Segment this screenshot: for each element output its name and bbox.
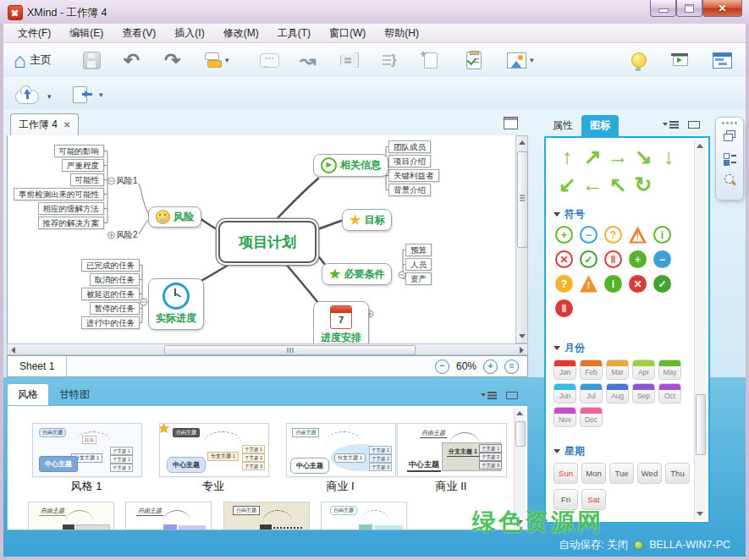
cloud-dropdown-icon[interactable]: ▾	[47, 92, 52, 101]
callout-button[interactable]	[424, 47, 438, 73]
style-thumbnail-3[interactable]: 自由主题 分支主题 1 子主题 1 子主题 2 子主题 3 中心主题	[286, 423, 396, 477]
topic-requirements[interactable]: ★ 必要条件	[322, 263, 392, 285]
save-button[interactable]	[83, 47, 101, 73]
menu-item[interactable]: 插入(I)	[165, 24, 213, 43]
subtopic[interactable]: 可能性	[70, 173, 105, 186]
tab-close-icon[interactable]: ✕	[63, 120, 70, 129]
style-thumbnail-4[interactable]: 自由主题 分支主题 1 子主题 1 子主题 2 子主题 3 中心主题	[397, 423, 507, 477]
symbol-marker-icon[interactable]: −	[653, 250, 671, 268]
tab-markers[interactable]: 图标	[581, 115, 619, 136]
month-marker[interactable]: Jan	[553, 360, 576, 380]
undo-button[interactable]: ↶	[124, 47, 140, 73]
tab-styles[interactable]: 风格	[7, 383, 49, 405]
arrow-marker-icon[interactable]: ↗	[580, 145, 605, 169]
menu-item[interactable]: 工具(T)	[268, 24, 320, 43]
subtopic[interactable]: 相应的缓解方法	[38, 202, 105, 215]
topic-goal[interactable]: ★ 目标	[342, 209, 392, 231]
symbol-marker-icon[interactable]: i	[604, 275, 622, 293]
menu-item[interactable]: 查看(V)	[113, 24, 165, 43]
weekday-marker[interactable]: Wed	[637, 463, 662, 484]
style-thumbnail-8[interactable]: 自由主题	[321, 502, 407, 530]
style-thumbnail-7[interactable]: 自由主题	[223, 502, 310, 530]
arrow-marker-icon[interactable]: ↖	[605, 173, 631, 197]
section-symbols[interactable]: 符号	[553, 207, 585, 222]
symbol-marker-icon[interactable]: !	[629, 226, 647, 244]
scroll-up-icon[interactable]	[697, 144, 703, 148]
insert-image-button[interactable]: ▾	[507, 47, 534, 73]
style-thumbnail-5[interactable]: 自由主题	[28, 502, 114, 530]
month-marker[interactable]: Jul	[580, 383, 603, 404]
month-marker[interactable]: Feb	[580, 360, 603, 380]
symbol-marker-icon[interactable]: ✕	[555, 250, 573, 268]
subtopic[interactable]: 预算	[405, 244, 432, 256]
upload-cloud-button[interactable]: ▾	[15, 84, 52, 109]
month-marker[interactable]: May	[658, 360, 681, 380]
topic-progress[interactable]: 实际进度	[148, 278, 204, 330]
horizontal-scroll-thumb[interactable]	[164, 345, 416, 355]
topic-dropdown-icon[interactable]: ▾	[225, 56, 229, 64]
section-months[interactable]: 月份	[553, 341, 585, 355]
subtopic[interactable]: 推荐的解决方案	[38, 217, 105, 229]
scroll-up-icon[interactable]	[519, 140, 526, 145]
scroll-up-icon[interactable]	[516, 411, 523, 415]
subtopic[interactable]: 项目介绍	[388, 155, 431, 167]
symbol-marker-icon[interactable]: !	[580, 275, 598, 293]
subtopic[interactable]: 可能的影响	[54, 145, 105, 157]
zoom-region-icon[interactable]	[723, 173, 736, 187]
presentation-button[interactable]	[671, 47, 690, 73]
symbol-marker-icon[interactable]: ✓	[580, 250, 598, 268]
scroll-left-icon[interactable]	[11, 347, 15, 354]
symbol-marker-icon[interactable]: ✕	[629, 275, 647, 293]
arrow-marker-icon[interactable]: ↑	[554, 145, 580, 169]
weekday-marker[interactable]: Thu	[665, 463, 690, 484]
menu-item[interactable]: 窗口(W)	[320, 24, 375, 43]
month-marker[interactable]: Jun	[553, 383, 576, 404]
idea-button[interactable]	[631, 47, 647, 73]
arrow-marker-icon[interactable]: ↻	[631, 173, 656, 197]
symbol-marker-icon[interactable]: ‖	[604, 250, 622, 268]
markers-scrollbar[interactable]	[694, 140, 706, 519]
panel-menu-icon[interactable]	[481, 390, 498, 400]
tab-gantt[interactable]: 甘特图	[49, 384, 100, 405]
symbol-marker-icon[interactable]: ‖	[555, 299, 573, 317]
minimize-button[interactable]	[650, 0, 676, 17]
arrow-marker-icon[interactable]: ←	[580, 173, 605, 197]
insert-topic-button[interactable]: ▾	[205, 47, 229, 73]
subtopic[interactable]: 资产	[405, 272, 432, 285]
cascade-windows-icon[interactable]	[723, 129, 736, 143]
weekday-marker[interactable]: Tue	[609, 463, 634, 484]
topic-related-info[interactable]: ▶ 相关信息	[313, 154, 388, 177]
subtopic[interactable]: 取消的任务	[90, 273, 140, 286]
subtopic[interactable]: 被延迟的任务	[81, 288, 140, 300]
topic-risk[interactable]: 风险	[148, 206, 201, 228]
boundary-button[interactable]	[340, 47, 359, 73]
export-button[interactable]: ▾	[73, 82, 103, 107]
menu-item[interactable]: 编辑(E)	[60, 24, 113, 43]
subtopic[interactable]: 暂停的任务	[90, 302, 140, 315]
relationship-button[interactable]: ↝	[300, 47, 316, 73]
arrow-marker-icon[interactable]: →	[605, 145, 631, 169]
month-marker[interactable]: Oct	[658, 383, 681, 404]
home-button[interactable]: ⌂ 主页	[14, 47, 52, 73]
menu-item[interactable]: 文件(F)	[8, 24, 60, 43]
month-marker[interactable]: Mar	[606, 360, 629, 380]
subtopic[interactable]: 人员	[405, 258, 432, 271]
symbol-marker-icon[interactable]: −	[580, 226, 598, 244]
tab-properties[interactable]: 属性	[544, 115, 581, 136]
maximize-button[interactable]	[676, 0, 702, 17]
symbol-marker-icon[interactable]: +	[629, 250, 647, 268]
mindmap-canvas[interactable]: 项目计划 风险 风险1 风险2 可能的影响严重程度可能性事前检测出来的可能性相应…	[7, 135, 515, 343]
panel-menu-icon[interactable]	[663, 119, 680, 129]
subtopic[interactable]: 关键利益者	[388, 169, 439, 182]
topic-schedule[interactable]: 7 进度安排	[313, 301, 369, 343]
close-button[interactable]: ✕	[702, 0, 742, 17]
subtopic[interactable]: 事前检测出来的可能性	[14, 188, 104, 200]
export-dropdown-icon[interactable]: ▾	[99, 91, 103, 99]
topic-risk2[interactable]: 风险2	[116, 229, 138, 241]
subtopic[interactable]: 团队成员	[388, 140, 431, 153]
drag-handle-icon[interactable]	[722, 122, 724, 124]
style-thumbnail-6[interactable]: 自由主题	[125, 502, 212, 530]
arrow-marker-icon[interactable]: ↓	[656, 145, 681, 169]
vertical-scroll-thumb[interactable]	[517, 151, 528, 248]
summary-button[interactable]: }	[383, 47, 397, 73]
